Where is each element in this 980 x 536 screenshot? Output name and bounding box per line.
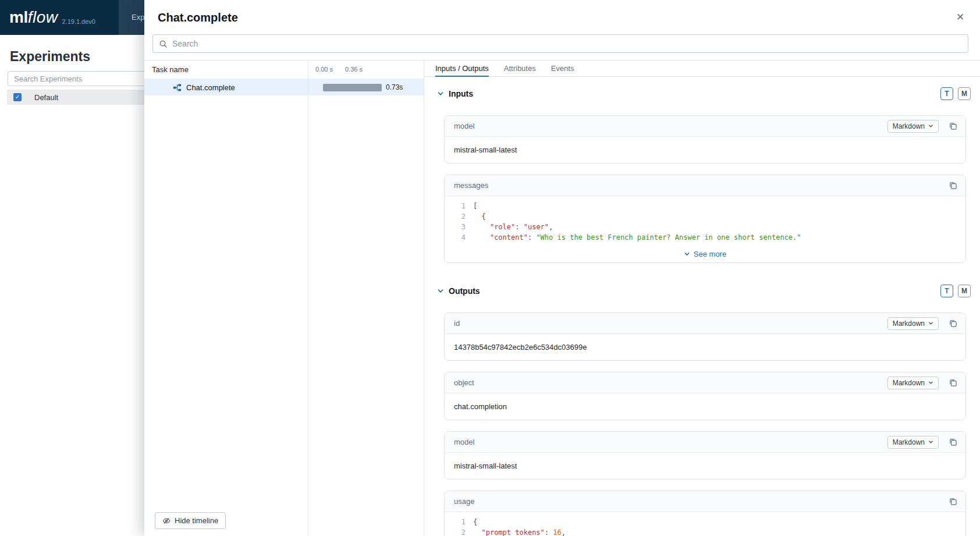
card-value: 14378b54c97842ecb2e6c534dc03699e	[445, 334, 965, 360]
copy-icon	[949, 122, 957, 130]
inputs-section-header: Inputs T M	[437, 86, 971, 101]
detail-tabs: Inputs / Outputs Attributes Events	[424, 61, 980, 77]
hide-timeline-button[interactable]: Hide timeline	[155, 512, 226, 529]
render-mode-select[interactable]: Markdown	[887, 317, 939, 330]
copy-icon	[949, 378, 957, 387]
timeline-header: Task name 0.00 s 0.36 s	[144, 61, 424, 79]
messages-code-block: 1[2 {3 "role": "user",4 "content": "Who …	[445, 196, 965, 245]
code-line: 1{	[445, 517, 965, 527]
card-value: chat.completion	[445, 393, 965, 420]
drawer-header: Chat.complete ✕	[144, 0, 980, 61]
timeline-ruler: 0.00 s 0.36 s	[308, 61, 424, 79]
copy-icon	[949, 319, 957, 328]
copy-button[interactable]	[947, 120, 958, 132]
usage-code-block: 1{2 "prompt_tokens": 16,	[445, 512, 965, 536]
trace-detail-modal: Chat.complete ✕ Task name 0.00 s 0.36 s	[144, 0, 980, 536]
chevron-down-icon	[928, 380, 933, 385]
render-markdown-toggle[interactable]: M	[958, 285, 971, 297]
inputs-section-label: Inputs	[449, 89, 473, 98]
chevron-down-icon[interactable]	[437, 287, 444, 294]
tab-events[interactable]: Events	[551, 61, 574, 77]
card-label: model	[454, 438, 474, 446]
copy-button[interactable]	[947, 496, 958, 507]
see-more-link[interactable]: See more	[684, 250, 726, 258]
tab-inputs-outputs[interactable]: Inputs / Outputs	[435, 61, 489, 77]
card-value: mistral-small-latest	[445, 137, 965, 163]
trace-span-icon	[173, 83, 182, 92]
card-value: mistral-small-latest	[445, 453, 965, 479]
card-label: messages	[454, 181, 488, 190]
experiment-list-item-default[interactable]: ✓ Default	[7, 90, 164, 105]
experiment-name-label: Default	[34, 93, 58, 102]
trace-search-input[interactable]	[172, 39, 962, 48]
ruler-tick-1: 0.36 s	[345, 66, 363, 73]
detail-pane: Inputs / Outputs Attributes Events Input…	[424, 61, 980, 536]
code-line: 4 "content": "Who is the best French pai…	[445, 232, 965, 243]
copy-button[interactable]	[947, 377, 958, 389]
trace-search-box[interactable]	[152, 34, 968, 53]
ruler-tick-0: 0.00 s	[315, 66, 333, 73]
card-label: object	[454, 378, 474, 387]
code-line: 3 "role": "user",	[445, 222, 965, 232]
copy-button[interactable]	[947, 180, 958, 191]
output-object-card: object Markdown chat.completion	[444, 372, 966, 420]
render-mode-select[interactable]: Markdown	[887, 436, 939, 449]
trace-title: Chat.complete	[158, 11, 952, 24]
span-row-chat-complete[interactable]: Chat.complete 0.73s	[144, 79, 424, 95]
chevron-down-icon	[928, 321, 933, 326]
copy-button[interactable]	[947, 436, 958, 448]
outputs-section-header: Outputs T M	[437, 283, 971, 299]
code-line: 1[	[445, 201, 965, 211]
tab-attributes[interactable]: Attributes	[504, 61, 536, 77]
eye-off-icon	[162, 517, 171, 525]
experiment-checkbox-checked[interactable]: ✓	[13, 93, 22, 101]
span-duration-label: 0.73s	[386, 83, 403, 91]
chevron-down-icon	[928, 123, 933, 129]
timeline-column-divider	[308, 61, 308, 536]
logo-flow-text: flow	[28, 8, 58, 27]
output-usage-card: usage 1{2 "prompt_tokens": 16,	[444, 491, 966, 536]
input-messages-card: messages 1[2 {3 "role": "user",4 "conten…	[444, 175, 966, 263]
mlflow-logo[interactable]: mlflow 2.19.1.dev0	[9, 8, 95, 27]
render-markdown-toggle[interactable]: M	[958, 87, 971, 100]
span-name-label: Chat.complete	[186, 83, 235, 92]
output-model-card: model Markdown mistral-small-latest	[444, 431, 966, 480]
version-label: 2.19.1.dev0	[62, 18, 95, 25]
outputs-section-label: Outputs	[449, 286, 480, 296]
card-label: model	[454, 122, 474, 130]
code-line: 2 {	[445, 211, 965, 222]
chevron-down-icon[interactable]	[437, 90, 444, 97]
render-text-toggle[interactable]: T	[940, 87, 953, 100]
output-id-card: id Markdown 14378b54c97842ecb2e6c534dc03…	[444, 313, 966, 361]
copy-icon	[949, 438, 957, 446]
detail-scroll-area[interactable]: Inputs T M model Markdown	[424, 77, 980, 536]
close-button[interactable]: ✕	[952, 9, 968, 26]
copy-button[interactable]	[947, 318, 958, 329]
card-label: usage	[454, 497, 474, 506]
copy-icon	[949, 181, 957, 190]
copy-icon	[949, 497, 957, 506]
render-mode-select[interactable]: Markdown	[887, 377, 939, 389]
timeline-pane: Task name 0.00 s 0.36 s Chat.complete 0.…	[144, 61, 424, 536]
card-label: id	[454, 319, 460, 328]
render-mode-select[interactable]: Markdown	[887, 120, 939, 133]
logo-ml-text: ml	[9, 8, 28, 27]
chevron-down-icon	[928, 439, 933, 445]
gantt-bar[interactable]	[323, 84, 382, 91]
input-model-card: model Markdown mistral-small-latest	[444, 115, 966, 164]
search-icon	[159, 40, 168, 48]
chevron-down-icon	[684, 251, 690, 257]
code-line: 2 "prompt_tokens": 16,	[445, 527, 965, 536]
render-text-toggle[interactable]: T	[940, 285, 953, 297]
experiments-page-title: Experiments	[10, 49, 90, 65]
task-name-column-header: Task name	[144, 65, 308, 74]
